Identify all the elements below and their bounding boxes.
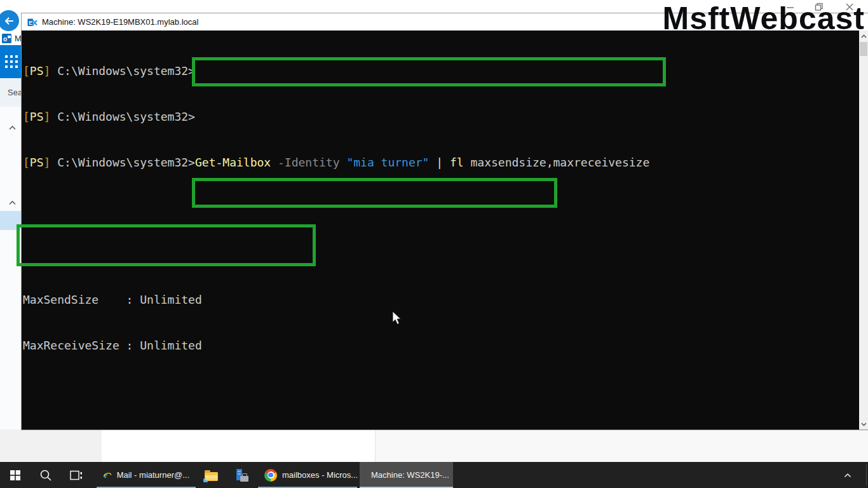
taskbar: e Mail - miaturner@... mailboxes - Micro… (0, 462, 868, 488)
terminal-line-command-1: [PS] C:\Windows\system32>Get-Mailbox -Id… (23, 155, 859, 170)
annotation-box-command-1 (192, 57, 666, 86)
terminal-line-output: MaxSendSize : Unlimited (23, 292, 859, 308)
search-label-partial: Sea (8, 88, 22, 97)
collapse-chevron-icon[interactable] (8, 125, 17, 132)
task-view-icon (70, 470, 83, 481)
taskbar-item-label: Mail - miaturner@... (117, 470, 189, 480)
svg-text:E: E (29, 19, 32, 25)
server-manager-icon (234, 469, 248, 482)
show-hidden-icons-button[interactable] (839, 462, 857, 488)
back-button[interactable] (0, 10, 19, 31)
annotation-box-output (17, 224, 316, 266)
svg-text:o: o (3, 35, 7, 42)
chrome-icon (264, 469, 277, 482)
scrollbar[interactable] (859, 30, 868, 430)
collapse-chevron-icon[interactable] (8, 200, 17, 207)
scrollbar-thumb[interactable] (860, 42, 867, 56)
task-view-button[interactable] (61, 462, 92, 488)
taskbar-item-chrome[interactable]: mailboxes - Micros... (258, 462, 357, 488)
search-icon (39, 469, 52, 482)
file-explorer-icon (205, 472, 218, 481)
background-page-area (0, 430, 868, 462)
start-button[interactable] (0, 462, 31, 488)
chevron-up-icon (844, 473, 851, 478)
exchange-icon: E (27, 17, 37, 27)
windows-logo-icon (10, 470, 20, 480)
search-button[interactable] (31, 462, 61, 488)
taskbar-item-label: Machine: WS2K19-... (371, 470, 449, 480)
terminal-line: [PS] C:\Windows\system32> (23, 109, 859, 125)
watermark-text: MsftWebcast (663, 3, 865, 34)
annotation-box-command-2 (192, 178, 557, 208)
scroll-down-button[interactable] (859, 419, 868, 430)
terminal-line-output: MaxReceiveSize : Unlimited (23, 338, 859, 353)
outlook-favicon: o (2, 34, 11, 43)
show-desktop-button[interactable] (866, 464, 867, 485)
mouse-cursor (392, 311, 402, 325)
taskbar-item-exchange-shell[interactable]: E Machine: WS2K19-... (360, 462, 453, 488)
back-arrow-icon (3, 15, 15, 27)
taskbar-item-ie-mail[interactable]: e Mail - miaturner@... (97, 462, 196, 488)
internet-explorer-icon: e (103, 468, 112, 482)
taskbar-item-server-manager[interactable] (226, 462, 257, 488)
console-title: Machine: WS2K19-E19MBX01.mylab.local (42, 17, 198, 27)
taskbar-item-label: mailboxes - Micros... (282, 470, 358, 480)
taskbar-item-file-explorer[interactable] (196, 462, 226, 488)
app-launcher-icon[interactable] (5, 55, 18, 69)
